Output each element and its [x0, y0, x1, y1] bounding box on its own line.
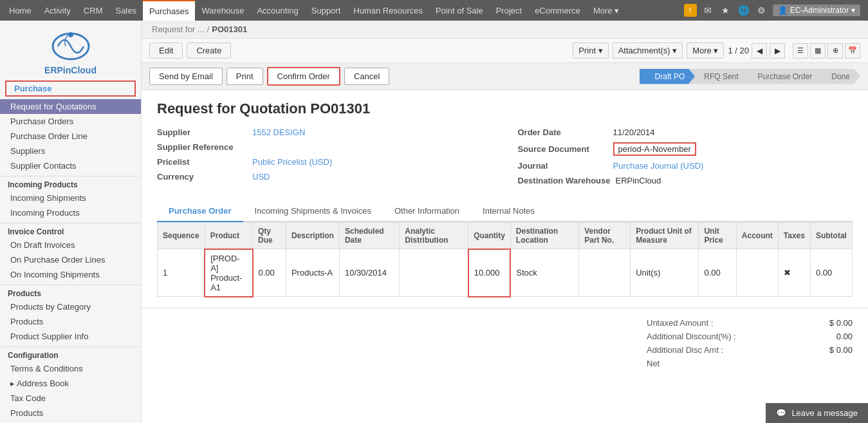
footer-leave-message[interactable]: 💬 Leave a message	[766, 403, 868, 423]
cell-product[interactable]: [PROD-A]Product-A1	[205, 249, 252, 297]
cell-vendor-part	[579, 249, 631, 297]
order-date-row: Order Date 11/20/2014	[518, 127, 853, 137]
tab-other-info[interactable]: Other Information	[383, 201, 471, 222]
untaxed-value: $ 0.00	[829, 318, 853, 328]
cell-description: Products-A	[286, 249, 339, 297]
list-view-icon[interactable]: ☰	[793, 43, 808, 59]
sidebar-item-tax-code[interactable]: Tax Code	[0, 391, 141, 406]
card-view-icon[interactable]: ▦	[810, 43, 826, 59]
sidebar-item-supplier-contacts[interactable]: Supplier Contacts	[0, 158, 141, 173]
edit-button[interactable]: Edit	[149, 42, 183, 59]
sidebar-item-prod-by-cat[interactable]: Products by Category	[0, 299, 141, 314]
nav-ecommerce[interactable]: eCommerce	[528, 0, 587, 21]
sidebar-item-incoming-products[interactable]: Incoming Products	[0, 205, 141, 220]
supplier-value[interactable]: 1552 DESIGN	[252, 127, 305, 137]
pipeline-purchase-order: Purchase Order	[743, 69, 823, 84]
top-navigation: Home Activity CRM Sales Purchases Wareho…	[0, 0, 868, 21]
nav-pos[interactable]: Point of Sale	[429, 0, 490, 21]
nav-project[interactable]: Project	[490, 0, 528, 21]
sidebar-item-products[interactable]: Products	[0, 314, 141, 329]
currency-value[interactable]: USD	[252, 172, 270, 182]
untaxed-label: Untaxed Amount :	[647, 318, 713, 328]
source-doc-value[interactable]: period-A-November	[613, 142, 696, 156]
sidebar-tc-label: Tax Code	[10, 393, 46, 403]
main-content: Request for ... / PO01301 Edit Create Pr…	[142, 21, 868, 423]
sidebar-item-suppliers[interactable]: Suppliers	[0, 144, 141, 158]
attachments-button[interactable]: Attachment(s) ▾	[613, 42, 683, 59]
star-icon[interactable]: ★	[719, 3, 733, 17]
supplier-label: Supplier	[157, 127, 247, 137]
sidebar-item-pol[interactable]: Purchase Order Line	[0, 129, 141, 144]
nav-more[interactable]: More ▾	[587, 0, 625, 21]
sidebar-item-rfq[interactable]: Request for Quotations	[0, 99, 141, 114]
breadcrumb-current: PO01301	[212, 24, 247, 34]
nav-purchases[interactable]: Purchases	[143, 0, 195, 21]
prev-page-button[interactable]: ◀	[752, 43, 767, 59]
nav-activity[interactable]: Activity	[38, 0, 77, 21]
pagination-text: 1 / 20	[728, 46, 749, 55]
calendar-view-icon[interactable]: 📅	[845, 43, 860, 59]
sidebar-item-draft-invoices[interactable]: On Draft Invoices	[0, 238, 141, 252]
tab-purchase-order[interactable]: Purchase Order	[157, 201, 243, 222]
sidebar-item-incoming-shipments[interactable]: Incoming Shipments	[0, 191, 141, 205]
form-left-col: Supplier 1552 DESIGN Supplier Reference …	[157, 127, 492, 191]
tab-internal-notes[interactable]: Internal Notes	[471, 201, 546, 222]
col-sequence: Sequence	[158, 223, 205, 249]
sidebar-item-address-book[interactable]: ▸ Address Book	[0, 376, 141, 391]
print-action-button[interactable]: Print	[226, 68, 263, 85]
user-dropdown-icon: ▾	[851, 6, 855, 15]
cancel-button[interactable]: Cancel	[344, 68, 389, 85]
send-email-button[interactable]: Send by Email	[149, 68, 223, 85]
nav-home[interactable]: Home	[3, 0, 38, 21]
breadcrumb-parent[interactable]: Request for ...	[152, 24, 205, 34]
dest-warehouse-label: Destination Warehouse	[518, 176, 611, 185]
sidebar-opl-label: On Purchase Order Lines	[10, 255, 105, 265]
nav-sales[interactable]: Sales	[109, 0, 143, 21]
journal-value[interactable]: Purchase Journal (USD)	[613, 161, 704, 171]
sidebar-invoice-control-title: Invoice Control	[0, 223, 141, 238]
sidebar-purchase-header[interactable]: Purchase	[5, 80, 136, 97]
pagination: 1 / 20 ◀ ▶	[728, 43, 785, 59]
next-page-button[interactable]: ▶	[770, 43, 785, 59]
globe-icon[interactable]: 🌐	[737, 3, 751, 17]
sidebar-item-po[interactable]: Purchase Orders	[0, 114, 141, 129]
mail-icon[interactable]: ✉	[701, 3, 715, 17]
discount-value: 0.00	[836, 332, 853, 341]
print-button[interactable]: Print ▾	[573, 42, 608, 59]
tab-incoming-shipments[interactable]: Incoming Shipments & Invoices	[243, 201, 383, 222]
sidebar-item-config-products[interactable]: Products	[0, 406, 141, 420]
confirm-order-button[interactable]: Confirm Order	[267, 67, 340, 86]
nav-accounting[interactable]: Accounting	[250, 0, 304, 21]
cell-quantity[interactable]: 10.000	[468, 249, 511, 297]
sidebar-item-on-po-lines[interactable]: On Purchase Order Lines	[0, 252, 141, 267]
nav-crm[interactable]: CRM	[77, 0, 109, 21]
totals-disc-amt-row: Additional Disc Amt : $ 0.00	[647, 343, 853, 357]
topnav-right-icons: ! ✉ ★ 🌐 ⚙ 👤 EC-Administrator ▾	[684, 3, 865, 17]
cell-scheduled-date: 10/30/2014	[339, 249, 399, 297]
nav-warehouse[interactable]: Warehouse	[195, 0, 250, 21]
source-doc-label: Source Document	[518, 144, 608, 154]
col-product: Product	[205, 223, 252, 249]
cell-sequence: 1	[158, 249, 205, 297]
nav-support[interactable]: Support	[305, 0, 347, 21]
sidebar-item-terms[interactable]: Terms & Conditions	[0, 361, 141, 376]
sidebar-item-on-incoming[interactable]: On Incoming Shipments	[0, 267, 141, 282]
cell-uom: Unit(s)	[631, 249, 699, 297]
warning-icon[interactable]: !	[684, 4, 697, 17]
settings-icon[interactable]: ⚙	[755, 3, 769, 17]
sidebar-is-label: Incoming Shipments	[10, 193, 86, 203]
order-table: Sequence Product Qty Due Description Sch…	[157, 222, 853, 297]
view-icons: ☰ ▦ ⊕ 📅	[793, 43, 860, 59]
globe-view-icon[interactable]: ⊕	[827, 43, 843, 59]
more-button[interactable]: More ▾	[687, 42, 724, 59]
pricelist-value[interactable]: Public Pricelist (USD)	[252, 157, 332, 167]
totals-untaxed-row: Untaxed Amount : $ 0.00	[647, 316, 853, 330]
sidebar-suppliers-label: Suppliers	[10, 146, 45, 156]
col-description: Description	[286, 223, 339, 249]
user-menu[interactable]: 👤 EC-Administrator ▾	[773, 5, 860, 16]
sidebar-item-product-supplier-info[interactable]: Product Supplier Info	[0, 329, 141, 344]
nav-hr[interactable]: Human Resources	[347, 0, 429, 21]
create-button[interactable]: Create	[187, 42, 231, 59]
form-right-col: Order Date 11/20/2014 Source Document pe…	[518, 127, 853, 191]
source-doc-row: Source Document period-A-November	[518, 142, 853, 156]
